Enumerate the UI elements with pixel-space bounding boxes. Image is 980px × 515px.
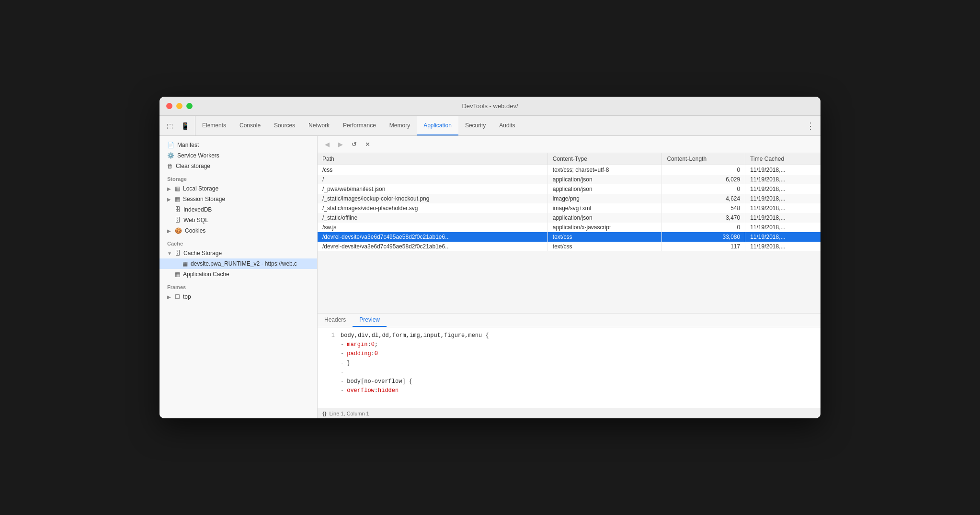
cell-content-type: image/svg+xml [547,203,662,213]
sidebar-item-manifest[interactable]: 📄 Manifest [160,140,317,150]
code-text: body[no-overflow] { [347,377,412,386]
content-panel: ◀ ▶ ↺ ✕ Path Content-Type Content-Length… [318,136,820,418]
expand-placeholder [167,272,173,277]
sidebar: 📄 Manifest ⚙️ Service Workers 🗑 Clear st… [160,136,318,418]
delete-button[interactable]: ✕ [362,139,373,150]
traffic-lights [166,103,193,109]
table-row[interactable]: /csstext/css; charset=utf-8011/19/2018,.… [318,165,820,175]
table-row[interactable]: /devrel-devsite/va3e6d7c495ae58d2f0c21ab… [318,232,820,242]
title-bar: DevTools - web.dev/ [160,97,820,116]
cookies-icon: 🍪 [175,227,182,234]
code-line-6: - body[no-overflow] { [323,377,815,386]
sidebar-item-clear-storage[interactable]: 🗑 Clear storage [160,161,317,171]
sidebar-item-service-workers[interactable]: ⚙️ Service Workers [160,150,317,161]
minus-icon: - [341,368,344,377]
close-button[interactable] [166,103,172,109]
sidebar-item-session-storage[interactable]: ▶ ▦ Session Storage [160,194,317,204]
local-storage-label: Local Storage [183,185,218,192]
tab-sources[interactable]: Sources [267,116,302,135]
sidebar-item-web-sql[interactable]: 🗄 Web SQL [160,215,317,225]
cache-table: Path Content-Type Content-Length Time Ca… [318,153,820,313]
expand-icon: ▶ [167,197,173,202]
cell-content-type: text/css [547,232,662,242]
sidebar-item-devsite-pwa[interactable]: ▦ devsite.pwa_RUNTIME_v2 - https://web.c [160,258,317,269]
table-row[interactable]: /sw.jsapplication/x-javascript011/19/201… [318,223,820,232]
cell-time-cached: 11/19/2018,... [745,184,820,194]
cell-content-type: application/json [547,184,662,194]
sidebar-item-indexeddb[interactable]: 🗄 IndexedDB [160,204,317,215]
code-line-5: - [323,368,815,377]
sidebar-item-local-storage[interactable]: ▶ ▦ Local Storage [160,183,317,194]
cell-content-length: 548 [662,203,745,213]
table-row[interactable]: /_static/offlineapplication/json3,47011/… [318,213,820,223]
tab-audits[interactable]: Audits [492,116,522,135]
cell-content-length: 0 [662,165,745,175]
table-row[interactable]: /_static/images/lockup-color-knockout.pn… [318,194,820,203]
table-row[interactable]: /application/json6,02911/19/2018,... [318,175,820,184]
code-semi: ; [375,340,378,349]
minimize-button[interactable] [176,103,182,109]
content-toolbar: ◀ ▶ ↺ ✕ [318,136,820,153]
table-row[interactable]: /_static/images/video-placeholder.svgima… [318,203,820,213]
tab-memory[interactable]: Memory [383,116,417,135]
cache-section-title: Cache [160,236,317,248]
cell-path: /sw.js [318,223,547,232]
col-content-type: Content-Type [547,153,662,165]
code-line-2: - margin : 0 ; [323,340,815,349]
indexeddb-label: IndexedDB [183,206,212,213]
col-time-cached: Time Cached [745,153,820,165]
table-row[interactable]: /devrel-devsite/va3e6d7c495ae58d2f0c21ab… [318,242,820,251]
tab-security[interactable]: Security [458,116,492,135]
web-sql-icon: 🗄 [175,217,181,224]
inspect-icon[interactable]: ⬚ [163,120,176,132]
table-row[interactable]: /_pwa/web/manifest.jsonapplication/json0… [318,184,820,194]
sidebar-item-top-frame[interactable]: ▶ ☐ top [160,291,317,302]
app-cache-icon: ▦ [175,271,180,278]
cell-content-length: 0 [662,184,745,194]
devtools-window: DevTools - web.dev/ ⬚ 📱 Elements Console… [160,97,820,418]
refresh-button[interactable]: ↺ [348,139,360,150]
cell-content-type: text/css; charset=utf-8 [547,165,662,175]
code-line-4: - } [323,359,815,368]
tab-preview[interactable]: Preview [353,313,387,327]
main-layout: 📄 Manifest ⚙️ Service Workers 🗑 Clear st… [160,136,820,418]
sidebar-item-cache-storage[interactable]: ▼ 🗄 Cache Storage [160,248,317,258]
cell-time-cached: 11/19/2018,... [745,165,820,175]
cell-content-length: 117 [662,242,745,251]
cell-content-type: application/json [547,175,662,184]
cell-content-type: text/css [547,242,662,251]
cell-path: / [318,175,547,184]
clear-storage-label: Clear storage [176,163,210,169]
code-text: body,div,dl,dd,form,img,input,figure,men… [341,331,489,340]
cell-content-type: image/png [547,194,662,203]
manifest-label: Manifest [177,142,199,148]
session-storage-label: Session Storage [183,196,225,202]
device-icon[interactable]: 📱 [179,120,191,132]
more-tabs-button[interactable]: ⋮ [800,116,820,135]
line-number: 1 [323,331,335,340]
sidebar-item-application-cache[interactable]: ▦ Application Cache [160,269,317,280]
cookies-label: Cookies [185,227,205,234]
forward-button[interactable]: ▶ [335,139,346,150]
maximize-button[interactable] [186,103,193,109]
cell-content-length: 0 [662,223,745,232]
back-button[interactable]: ◀ [321,139,333,150]
sidebar-item-cookies[interactable]: ▶ 🍪 Cookies [160,225,317,236]
minus-icon: - [341,340,344,349]
minus-icon: - [341,377,344,386]
tab-headers[interactable]: Headers [318,313,353,327]
expand-icon: ▶ [167,186,173,191]
tab-network[interactable]: Network [302,116,336,135]
cell-path: /css [318,165,547,175]
tab-bar: ⬚ 📱 Elements Console Sources Network Per… [160,116,820,136]
expand-icon: ▶ [167,294,173,300]
tab-performance[interactable]: Performance [336,116,383,135]
status-text: Line 1, Column 1 [330,411,369,416]
tab-elements[interactable]: Elements [195,116,233,135]
tab-console[interactable]: Console [233,116,267,135]
web-sql-label: Web SQL [183,217,208,224]
app-cache-label: Application Cache [183,271,229,278]
tab-application[interactable]: Application [417,116,458,135]
code-property: overflow [347,386,375,395]
code-property: margin [347,340,367,349]
